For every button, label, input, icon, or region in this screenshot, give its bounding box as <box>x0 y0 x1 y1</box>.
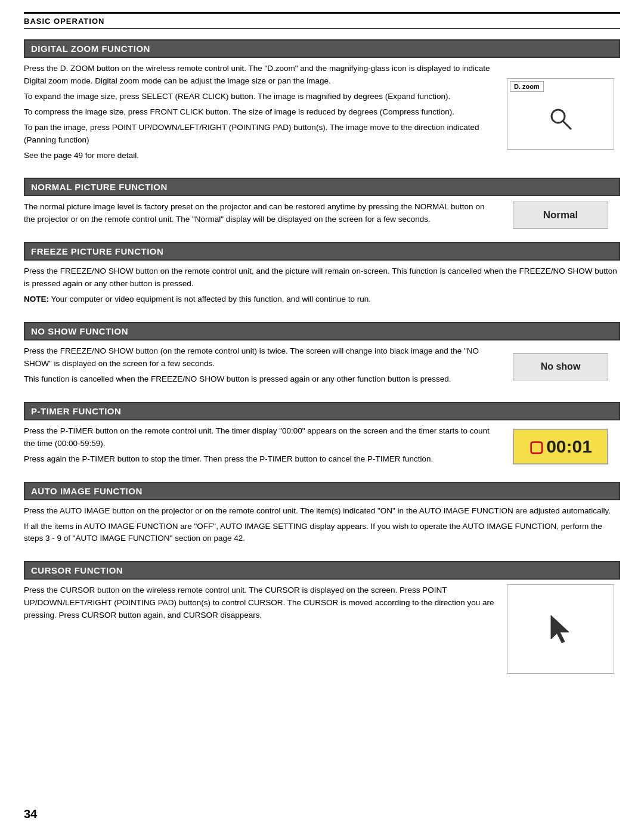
ptimer-time: 00:01 <box>546 436 592 457</box>
section-content-freeze-picture: Press the FREEZE/NO SHOW button on the r… <box>24 265 620 309</box>
no-show-p1: Press the FREEZE/NO SHOW button (on the … <box>24 345 495 370</box>
cursor-icon <box>549 614 572 644</box>
svg-marker-2 <box>551 615 569 643</box>
section-heading-cursor: CURSOR FUNCTION <box>24 561 620 580</box>
section-freeze-picture: FREEZE PICTURE FUNCTION Press the FREEZE… <box>24 242 620 309</box>
section-heading-normal-picture: NORMAL PICTURE FUNCTION <box>24 178 620 196</box>
auto-image-p1: Press the AUTO IMAGE button on the proje… <box>24 505 620 518</box>
cursor-display <box>507 584 614 674</box>
section-normal-picture: NORMAL PICTURE FUNCTION The normal pictu… <box>24 178 620 229</box>
section-auto-image: AUTO IMAGE FUNCTION Press the AUTO IMAGE… <box>24 482 620 549</box>
section-heading-p-timer: P-TIMER FUNCTION <box>24 402 620 420</box>
freeze-picture-p1: Press the FREEZE/NO SHOW button on the r… <box>24 265 620 290</box>
section-heading-freeze-picture: FREEZE PICTURE FUNCTION <box>24 242 620 261</box>
section-content-p-timer: Press the P-TIMER button on the remote c… <box>24 425 620 469</box>
section-text-freeze-picture: Press the FREEZE/NO SHOW button on the r… <box>24 265 620 309</box>
p-timer-p1: Press the P-TIMER button on the remote c… <box>24 425 495 450</box>
ptimer-icon: ▢ <box>529 438 544 456</box>
section-text-normal-picture: The normal picture image level is factor… <box>24 201 495 229</box>
section-text-p-timer: Press the P-TIMER button on the remote c… <box>24 425 495 469</box>
normal-text: Normal <box>543 209 578 221</box>
section-heading-no-show: NO SHOW FUNCTION <box>24 322 620 340</box>
digital-zoom-p3: To compress the image size, press FRONT … <box>24 106 495 119</box>
no-show-p2: This function is cancelled when the FREE… <box>24 373 495 386</box>
noshow-text: No show <box>541 361 581 372</box>
section-image-p-timer: ▢ 00:01 <box>501 425 620 469</box>
section-text-no-show: Press the FREEZE/NO SHOW button (on the … <box>24 345 495 389</box>
page-wrapper: BASIC OPERATION DIGITAL ZOOM FUNCTION Pr… <box>0 0 644 833</box>
digital-zoom-p5: See the page 49 for more detail. <box>24 150 495 162</box>
header-title: BASIC OPERATION <box>24 17 104 26</box>
page-number: 34 <box>24 807 37 821</box>
digital-zoom-p1: Press the D. ZOOM button on the wireless… <box>24 63 495 88</box>
dzoom-label: D. zoom <box>510 81 544 92</box>
header-bar: BASIC OPERATION <box>24 12 620 29</box>
section-content-auto-image: Press the AUTO IMAGE button on the proje… <box>24 505 620 549</box>
dzoom-display: D. zoom <box>507 78 614 150</box>
section-heading-auto-image: AUTO IMAGE FUNCTION <box>24 482 620 500</box>
section-no-show: NO SHOW FUNCTION Press the FREEZE/NO SHO… <box>24 322 620 389</box>
p-timer-p2: Press again the P-TIMER button to stop t… <box>24 453 495 466</box>
normal-picture-p1: The normal picture image level is factor… <box>24 201 495 226</box>
section-content-normal-picture: The normal picture image level is factor… <box>24 201 620 229</box>
section-image-normal-picture: Normal <box>501 201 620 229</box>
note-label: NOTE: <box>24 295 49 304</box>
freeze-picture-note: NOTE: Your computer or video equipment i… <box>24 293 620 306</box>
digital-zoom-p2: To expand the image size, press SELECT (… <box>24 91 495 103</box>
section-image-no-show: No show <box>501 345 620 389</box>
magnify-icon <box>549 107 572 136</box>
ptimer-display: ▢ 00:01 <box>513 429 608 465</box>
auto-image-p2: If all the items in AUTO IMAGE FUNCTION … <box>24 521 620 546</box>
section-content-digital-zoom: Press the D. ZOOM button on the wireless… <box>24 63 620 165</box>
section-image-cursor <box>501 584 620 674</box>
cursor-p1: Press the CURSOR button on the wireless … <box>24 584 495 622</box>
section-cursor: CURSOR FUNCTION Press the CURSOR button … <box>24 561 620 674</box>
section-text-digital-zoom: Press the D. ZOOM button on the wireless… <box>24 63 495 165</box>
section-text-cursor: Press the CURSOR button on the wireless … <box>24 584 495 674</box>
normal-display: Normal <box>513 202 608 229</box>
digital-zoom-p4: To pan the image, press POINT UP/DOWN/LE… <box>24 122 495 147</box>
section-text-auto-image: Press the AUTO IMAGE button on the proje… <box>24 505 620 549</box>
section-p-timer: P-TIMER FUNCTION Press the P-TIMER butto… <box>24 402 620 469</box>
svg-line-1 <box>563 121 571 129</box>
section-digital-zoom: DIGITAL ZOOM FUNCTION Press the D. ZOOM … <box>24 39 620 165</box>
section-content-cursor: Press the CURSOR button on the wireless … <box>24 584 620 674</box>
section-heading-digital-zoom: DIGITAL ZOOM FUNCTION <box>24 39 620 58</box>
section-image-digital-zoom: D. zoom <box>501 63 620 165</box>
noshow-display: No show <box>513 353 608 380</box>
section-content-no-show: Press the FREEZE/NO SHOW button (on the … <box>24 345 620 389</box>
